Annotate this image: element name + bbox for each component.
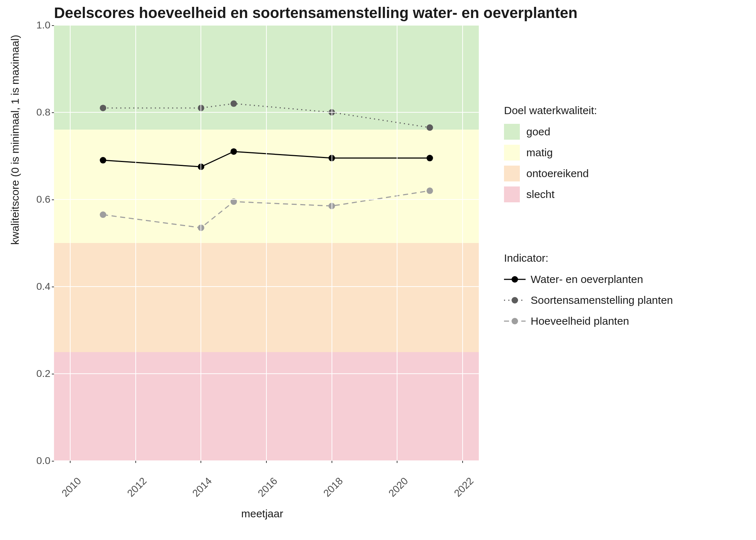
data-point [427, 124, 433, 131]
legend-indicator-title: Indicator: [504, 252, 673, 264]
legend-label: slecht [526, 188, 554, 201]
legend-quality-item: ontoereikend [504, 166, 597, 181]
gridline-v [397, 25, 397, 461]
y-tick-label: 0.2 [14, 368, 50, 379]
legend-label: goed [526, 126, 550, 138]
svg-point-3 [512, 297, 518, 303]
gridline-v [332, 25, 332, 461]
data-point [230, 148, 237, 155]
gridline-v [135, 25, 136, 461]
data-point [230, 100, 237, 107]
data-point [427, 155, 433, 161]
legend-indicator-item: Water- en oeverplanten [504, 271, 673, 287]
y-tick [52, 25, 54, 26]
chart-title: Deelscores hoeveelheid en soortensamenst… [54, 4, 577, 22]
legend-swatch [504, 124, 520, 140]
legend-indicator: Indicator: Water- en oeverplantenSoorten… [504, 252, 673, 334]
x-tick [135, 461, 136, 463]
chart-container: Deelscores hoeveelheid en soortensamenst… [0, 0, 756, 540]
x-tick-label: 2022 [452, 475, 476, 499]
x-tick-label: 2018 [321, 475, 345, 499]
y-tick [52, 374, 54, 374]
y-tick [52, 199, 54, 200]
y-tick [52, 112, 54, 113]
x-tick-label: 2020 [386, 475, 410, 499]
gridline-v [201, 25, 201, 461]
legend-label: Soortensamenstelling planten [531, 294, 673, 306]
legend-line-swatch [504, 271, 526, 287]
data-point [427, 188, 433, 194]
x-tick-label: 2016 [256, 475, 280, 499]
y-tick-label: 1.0 [14, 19, 50, 31]
legend-line-swatch [504, 292, 526, 308]
x-tick [397, 461, 397, 463]
gridline-v [462, 25, 463, 461]
legend-quality: Doel waterkwaliteit: goedmatigontoereike… [504, 104, 597, 207]
data-point [100, 211, 106, 218]
plot-area [54, 25, 479, 461]
y-tick-label: 0.8 [14, 107, 50, 118]
x-tick [332, 461, 332, 463]
x-tick [266, 461, 267, 463]
x-tick-label: 2012 [125, 475, 149, 499]
svg-point-5 [512, 318, 518, 324]
data-point [100, 105, 106, 111]
legend-label: ontoereikend [526, 167, 589, 180]
x-tick-label: 2010 [60, 475, 84, 499]
legend-indicator-item: Soortensamenstelling planten [504, 292, 673, 308]
y-tick [52, 287, 54, 287]
legend-swatch [504, 166, 520, 181]
y-tick [52, 461, 54, 462]
x-axis-label: meetjaar [241, 508, 283, 520]
data-point [100, 157, 106, 163]
legend-label: Water- en oeverplanten [531, 273, 643, 285]
legend-quality-item: slecht [504, 186, 597, 202]
x-tick-label: 2014 [190, 475, 215, 499]
x-tick [201, 461, 201, 463]
legend-indicator-item: Hoeveelheid planten [504, 313, 673, 329]
gridline-v [70, 25, 71, 461]
legend-line-swatch [504, 313, 526, 329]
legend-label: matig [526, 147, 553, 159]
legend-quality-item: goed [504, 124, 597, 140]
legend-label: Hoeveelheid planten [531, 315, 629, 327]
x-tick [70, 461, 71, 463]
gridline-v [266, 25, 267, 461]
x-tick [462, 461, 463, 463]
y-axis-label: kwaliteitscore (0 is minimaal, 1 is maxi… [9, 35, 21, 245]
svg-point-1 [512, 276, 518, 283]
y-tick-label: 0.6 [14, 194, 50, 205]
y-tick-label: 0.4 [14, 281, 50, 292]
legend-quality-item: matig [504, 145, 597, 161]
legend-swatch [504, 145, 520, 161]
legend-quality-title: Doel waterkwaliteit: [504, 104, 597, 117]
y-tick-label: 0.0 [14, 455, 50, 467]
legend-swatch [504, 186, 520, 202]
